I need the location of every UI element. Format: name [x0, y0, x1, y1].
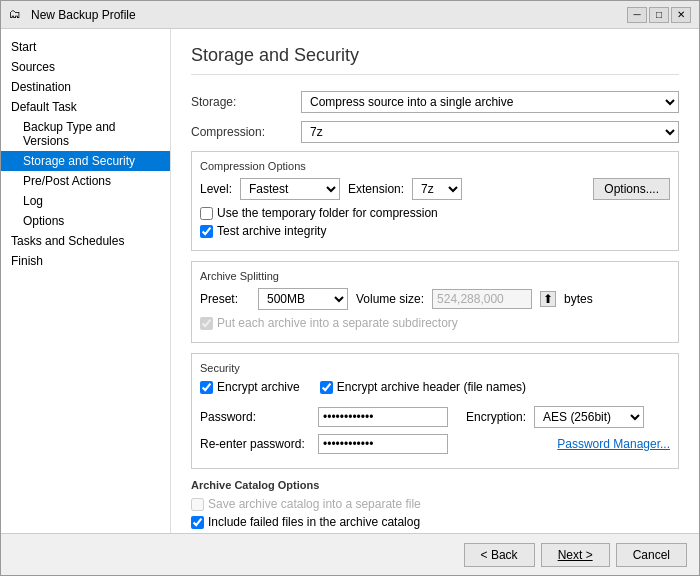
- reenter-password-row: Re-enter password: Password Manager...: [200, 434, 670, 454]
- level-label: Level:: [200, 182, 232, 196]
- minimize-button[interactable]: ─: [627, 7, 647, 23]
- test-archive-row: Test archive integrity: [200, 224, 670, 238]
- sidebar-item-finish[interactable]: Finish: [1, 251, 170, 271]
- storage-control: Compress source into a single archive: [301, 91, 679, 113]
- preset-select[interactable]: 500MB 1GB 2GB: [258, 288, 348, 310]
- close-button[interactable]: ✕: [671, 7, 691, 23]
- reenter-password-input[interactable]: [318, 434, 448, 454]
- compression-label: Compression:: [191, 125, 301, 139]
- security-title: Security: [200, 362, 670, 374]
- password-label: Password:: [200, 410, 310, 424]
- archive-splitting-box: Archive Splitting Preset: 500MB 1GB 2GB …: [191, 261, 679, 343]
- content-area: Storage and Security Storage: Compress s…: [171, 29, 699, 533]
- encrypt-header-row: Encrypt archive header (file names): [320, 380, 526, 394]
- window-controls: ─ □ ✕: [627, 7, 691, 23]
- save-catalog-row: Save archive catalog into a separate fil…: [191, 497, 679, 511]
- titlebar: 🗂 New Backup Profile ─ □ ✕: [1, 1, 699, 29]
- sidebar-item-pre-post[interactable]: Pre/Post Actions: [1, 171, 170, 191]
- sidebar-item-sources[interactable]: Sources: [1, 57, 170, 77]
- extension-select[interactable]: 7z zip: [412, 178, 462, 200]
- level-select[interactable]: Fastest Fast Normal Maximum: [240, 178, 340, 200]
- include-failed-label: Include failed files in the archive cata…: [208, 515, 420, 529]
- password-manager-link[interactable]: Password Manager...: [557, 437, 670, 451]
- reenter-label: Re-enter password:: [200, 437, 310, 451]
- volume-size-input[interactable]: [432, 289, 532, 309]
- bytes-label: bytes: [564, 292, 593, 306]
- test-archive-label: Test archive integrity: [217, 224, 326, 238]
- maximize-button[interactable]: □: [649, 7, 669, 23]
- include-failed-row: Include failed files in the archive cata…: [191, 515, 679, 529]
- encryption-select[interactable]: AES (256bit) AES (128bit): [534, 406, 644, 428]
- compression-row: Compression: 7z: [191, 121, 679, 143]
- catalog-section: Archive Catalog Options Save archive cat…: [191, 479, 679, 533]
- next-button[interactable]: Next >: [541, 543, 610, 567]
- compression-options-title: Compression Options: [200, 160, 670, 172]
- encrypt-header-label: Encrypt archive header (file names): [337, 380, 526, 394]
- use-temp-folder-row: Use the temporary folder for compression: [200, 206, 670, 220]
- encrypt-archive-label: Encrypt archive: [217, 380, 300, 394]
- sidebar-item-start[interactable]: Start: [1, 37, 170, 57]
- test-archive-checkbox[interactable]: [200, 225, 213, 238]
- password-row: Password: Encryption: AES (256bit) AES (…: [200, 406, 670, 428]
- split-preset-row: Preset: 500MB 1GB 2GB Volume size: ⬆ byt…: [200, 288, 670, 310]
- footer: < Back Next > Cancel: [1, 533, 699, 575]
- encrypt-archive-checkbox[interactable]: [200, 381, 213, 394]
- put-each-archive-label: Put each archive into a separate subdire…: [217, 316, 458, 330]
- storage-row: Storage: Compress source into a single a…: [191, 91, 679, 113]
- encrypt-header-checkbox[interactable]: [320, 381, 333, 394]
- put-each-archive-row: Put each archive into a separate subdire…: [200, 316, 670, 330]
- compression-select[interactable]: 7z: [301, 121, 679, 143]
- preset-label: Preset:: [200, 292, 250, 306]
- sidebar: Start Sources Destination Default Task B…: [1, 29, 171, 533]
- volume-size-label: Volume size:: [356, 292, 424, 306]
- compression-options-box: Compression Options Level: Fastest Fast …: [191, 151, 679, 251]
- main-area: Start Sources Destination Default Task B…: [1, 29, 699, 533]
- put-each-archive-checkbox[interactable]: [200, 317, 213, 330]
- password-input[interactable]: [318, 407, 448, 427]
- save-catalog-checkbox[interactable]: [191, 498, 204, 511]
- sidebar-item-storage-security[interactable]: Storage and Security: [1, 151, 170, 171]
- main-window: 🗂 New Backup Profile ─ □ ✕ Start Sources…: [0, 0, 700, 576]
- cancel-button[interactable]: Cancel: [616, 543, 687, 567]
- security-box: Security Encrypt archive Encrypt archive…: [191, 353, 679, 469]
- save-catalog-label: Save archive catalog into a separate fil…: [208, 497, 421, 511]
- extension-label: Extension:: [348, 182, 404, 196]
- volume-spin-btn[interactable]: ⬆: [540, 291, 556, 307]
- compression-control: 7z: [301, 121, 679, 143]
- storage-select[interactable]: Compress source into a single archive: [301, 91, 679, 113]
- sidebar-item-tasks-schedules[interactable]: Tasks and Schedules: [1, 231, 170, 251]
- comp-level-row: Level: Fastest Fast Normal Maximum Exten…: [200, 178, 670, 200]
- include-failed-checkbox[interactable]: [191, 516, 204, 529]
- page-title: Storage and Security: [191, 45, 679, 75]
- encrypt-archive-row: Encrypt archive: [200, 380, 300, 394]
- storage-label: Storage:: [191, 95, 301, 109]
- encryption-label: Encryption:: [466, 410, 526, 424]
- security-checks: Encrypt archive Encrypt archive header (…: [200, 380, 670, 398]
- window-title: New Backup Profile: [31, 8, 627, 22]
- use-temp-folder-label: Use the temporary folder for compression: [217, 206, 438, 220]
- options-button[interactable]: Options....: [593, 178, 670, 200]
- back-button[interactable]: < Back: [464, 543, 535, 567]
- sidebar-item-backup-type[interactable]: Backup Type and Versions: [1, 117, 170, 151]
- catalog-title: Archive Catalog Options: [191, 479, 679, 491]
- sidebar-item-options[interactable]: Options: [1, 211, 170, 231]
- sidebar-item-log[interactable]: Log: [1, 191, 170, 211]
- window-icon: 🗂: [9, 7, 25, 23]
- archive-splitting-title: Archive Splitting: [200, 270, 670, 282]
- sidebar-item-destination[interactable]: Destination: [1, 77, 170, 97]
- sidebar-item-default-task[interactable]: Default Task: [1, 97, 170, 117]
- use-temp-folder-checkbox[interactable]: [200, 207, 213, 220]
